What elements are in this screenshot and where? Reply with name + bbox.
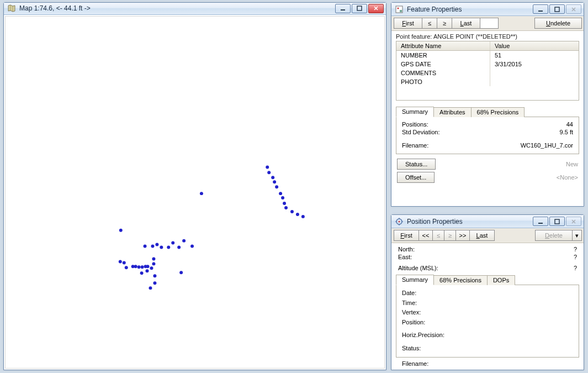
table-row[interactable]: PHOTO	[396, 77, 579, 86]
table-row[interactable]: NUMBER51	[396, 51, 579, 60]
svg-rect-9	[538, 223, 543, 224]
vertex-label: Vertex:	[402, 308, 573, 318]
prev-page-button[interactable]: <<	[419, 230, 433, 241]
map-point[interactable]	[125, 266, 128, 269]
map-point[interactable]	[179, 271, 183, 274]
positions-label: Positions:	[402, 121, 428, 128]
tab-dops[interactable]: DOPs	[487, 275, 515, 285]
tab-summary[interactable]: Summary	[396, 107, 434, 117]
map-point[interactable]	[167, 245, 170, 249]
map-point[interactable]	[296, 213, 299, 216]
maximize-button[interactable]	[549, 217, 565, 226]
map-point[interactable]	[301, 215, 305, 218]
minimize-button[interactable]	[335, 4, 351, 13]
map-titlebar: Map 1:74.6, <- 44.1 ft ->	[4, 3, 386, 15]
position-tabs: Summary 68% Precisions DOPs	[391, 272, 584, 285]
svg-rect-4	[400, 10, 402, 12]
stddev-value: 9.5 ft	[560, 129, 573, 135]
tab-summary[interactable]: Summary	[396, 275, 434, 285]
date-label: Date:	[402, 288, 573, 298]
first-button[interactable]: First	[394, 18, 422, 29]
map-point[interactable]	[119, 260, 122, 263]
last-button[interactable]: Last	[469, 230, 495, 241]
last-button[interactable]: Last	[452, 18, 480, 29]
first-button[interactable]: First	[394, 230, 419, 241]
map-point[interactable]	[123, 261, 126, 264]
map-point[interactable]	[141, 265, 144, 269]
status-label: Status:	[402, 344, 573, 354]
map-point[interactable]	[190, 244, 194, 248]
hprec-label: Horiz.Precision:	[402, 330, 573, 340]
next-page-button[interactable]: >>	[455, 230, 470, 241]
close-button[interactable]	[566, 217, 581, 226]
map-point[interactable]	[283, 202, 286, 205]
svg-rect-1	[357, 6, 362, 10]
map-point[interactable]	[267, 171, 271, 174]
map-point[interactable]	[160, 245, 163, 249]
offset-value: <None>	[557, 174, 578, 181]
minimize-button[interactable]	[533, 217, 548, 226]
map-point[interactable]	[149, 286, 152, 290]
map-point[interactable]	[171, 241, 174, 244]
attribute-table[interactable]: Attribute Name Value NUMBER51GPS DATE3/3…	[396, 41, 579, 101]
map-point[interactable]	[144, 244, 147, 248]
table-row[interactable]: GPS DATE3/31/2015	[396, 60, 579, 69]
attr-name: GPS DATE	[396, 60, 490, 69]
map-point[interactable]	[134, 265, 137, 268]
delete-dropdown[interactable]: ▾	[572, 230, 582, 241]
map-point[interactable]	[271, 176, 274, 179]
svg-rect-0	[341, 9, 345, 10]
position-title: Position Properties	[407, 218, 529, 225]
tab-attributes[interactable]: Attributes	[433, 107, 471, 117]
map-point[interactable]	[153, 281, 156, 285]
map-point[interactable]	[290, 210, 294, 213]
next-button[interactable]: ≥	[444, 230, 456, 241]
map-point[interactable]	[266, 165, 269, 169]
position-nav-toolbar: First << ≤ ≥ >> Last Delete ▾	[391, 228, 584, 243]
map-point[interactable]	[182, 239, 186, 242]
prev-button[interactable]: ≤	[432, 230, 444, 241]
prev-button[interactable]: ≤	[422, 18, 437, 29]
maximize-button[interactable]	[352, 4, 367, 13]
map-point[interactable]	[177, 245, 181, 249]
map-point[interactable]	[137, 265, 141, 269]
map-point[interactable]	[119, 228, 123, 232]
filename-label: Filename:	[402, 142, 428, 149]
map-point[interactable]	[146, 265, 150, 268]
tab-precisions[interactable]: 68% Precisions	[433, 275, 488, 285]
map-point[interactable]	[152, 262, 155, 265]
map-point[interactable]	[150, 266, 153, 270]
map-point[interactable]	[281, 196, 284, 199]
map-canvas[interactable]	[5, 16, 385, 369]
map-point[interactable]	[200, 192, 203, 195]
map-point[interactable]	[152, 257, 155, 260]
map-point[interactable]	[146, 269, 149, 272]
attr-value	[490, 69, 579, 77]
feature-index-input[interactable]	[480, 18, 499, 29]
map-point[interactable]	[279, 192, 282, 195]
delete-button[interactable]: Delete	[535, 230, 573, 241]
undelete-button[interactable]: Undelete	[534, 18, 582, 29]
map-point[interactable]	[275, 185, 278, 188]
minimize-button[interactable]	[533, 4, 548, 14]
east-value: ?	[574, 254, 577, 260]
map-point[interactable]	[153, 274, 156, 277]
next-button[interactable]: ≥	[437, 18, 452, 29]
time-label: Time:	[402, 298, 573, 308]
offset-button[interactable]: Offset...	[397, 172, 435, 183]
map-point[interactable]	[140, 271, 144, 275]
stddev-label: Std Deviation:	[402, 129, 439, 135]
map-point[interactable]	[284, 206, 288, 209]
tab-precisions[interactable]: 68% Precisions	[471, 107, 525, 117]
map-point[interactable]	[151, 244, 154, 248]
status-button[interactable]: Status...	[397, 159, 436, 170]
position-label: Position:	[402, 318, 573, 328]
close-button[interactable]	[368, 4, 384, 13]
map-point[interactable]	[273, 180, 276, 183]
map-point[interactable]	[155, 243, 158, 246]
close-button[interactable]	[566, 4, 581, 14]
table-row[interactable]: COMMENTS	[396, 69, 579, 77]
maximize-button[interactable]	[549, 4, 565, 14]
altitude-label: Altitude (MSL):	[398, 265, 438, 271]
attr-name: NUMBER	[396, 51, 490, 60]
